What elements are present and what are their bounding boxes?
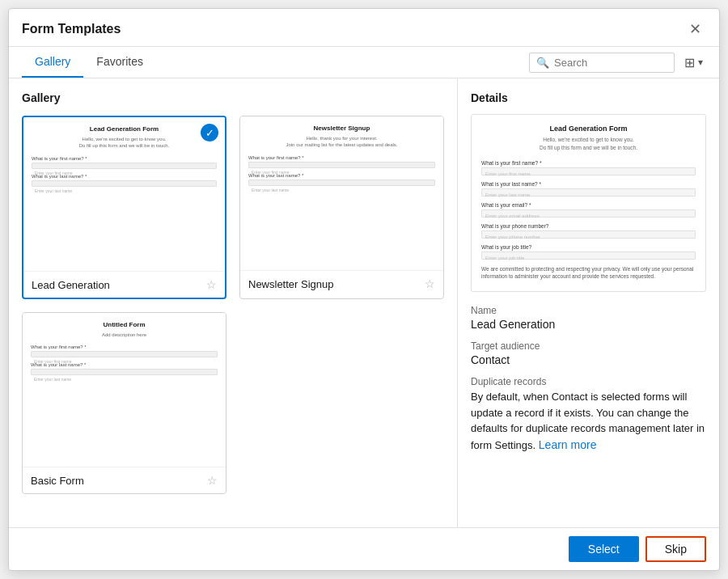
tabs-container: Gallery Favorites [22, 47, 156, 78]
card-footer-basic: Basic Form ☆ [23, 467, 226, 493]
tab-gallery[interactable]: Gallery [22, 47, 83, 78]
close-button[interactable]: ✕ [684, 19, 706, 40]
card-footer-newsletter: Newsletter Signup ☆ [240, 270, 443, 297]
preview-title-basic: Untitled Form [31, 321, 218, 328]
detail-name-value: Lead Generation [471, 318, 706, 331]
card-name-lead: Lead Generation [32, 279, 110, 291]
dialog-body: Gallery Lead Generation Form Hello, we'r… [9, 78, 719, 527]
card-name-newsletter: Newsletter Signup [248, 278, 334, 290]
preview-desc-lead: Hello, we're excited to get to know you.… [32, 136, 217, 150]
details-field-label-ln: What is your last name? * [481, 181, 696, 187]
gallery-panel: Gallery Lead Generation Form Hello, we'r… [9, 78, 458, 527]
favorite-lead-button[interactable]: ☆ [206, 278, 217, 291]
preview-input-ln-news: Enter your last name [248, 180, 435, 186]
details-field-input-fn: Enter your first name [481, 167, 696, 175]
selected-badge-lead: ✓ [201, 124, 218, 142]
preview-label-fn-basic: What is your first name? * [31, 344, 218, 349]
tab-favorites[interactable]: Favorites [83, 47, 156, 78]
gallery-grid: Lead Generation Form Hello, we're excite… [22, 116, 444, 494]
search-area: 🔍 ⊞ ▾ [529, 52, 706, 74]
skip-button[interactable]: Skip [645, 536, 706, 562]
details-field-input-phone: Enter your phone number [481, 230, 696, 239]
detail-audience-section: Target audience Contact [471, 340, 706, 366]
details-field-label-fn: What is your first name? * [481, 160, 696, 166]
search-icon: 🔍 [536, 57, 549, 69]
select-button[interactable]: Select [569, 536, 639, 562]
search-box[interactable]: 🔍 [529, 53, 675, 73]
card-footer-lead: Lead Generation ☆ [23, 271, 225, 298]
card-preview-newsletter: Newsletter Signup Hello, thank you for y… [240, 116, 443, 270]
search-input[interactable] [554, 57, 667, 69]
dialog-footer: Select Skip [9, 527, 719, 570]
dialog-header: Form Templates ✕ [9, 9, 719, 47]
detail-audience-value: Contact [471, 353, 706, 366]
template-card-lead-generation[interactable]: Lead Generation Form Hello, we're excite… [22, 116, 226, 299]
preview-input-ln-basic: Enter your last name [31, 369, 218, 375]
preview-input-ln-lead: Enter your last name [32, 180, 217, 187]
preview-label-ln-lead: What is your last name? * [32, 174, 217, 179]
preview-title-lead: Lead Generation Form [32, 125, 217, 133]
details-field-input-email: Enter your email address [481, 209, 696, 218]
details-section-title: Details [471, 91, 706, 104]
details-field-label-email: What is your email? * [481, 202, 696, 208]
detail-audience-label: Target audience [471, 340, 706, 352]
preview-input-fn-basic: Enter your first name [31, 351, 218, 357]
template-card-basic[interactable]: Untitled Form Add description here What … [22, 312, 226, 494]
details-panel: Details Lead Generation Form Hello, we'r… [458, 78, 719, 527]
details-preview-title: Lead Generation Form [481, 125, 696, 133]
detail-name-label: Name [471, 305, 706, 316]
chevron-down-icon: ▾ [698, 57, 703, 68]
details-preview-box: Lead Generation Form Hello, we're excite… [471, 114, 706, 292]
preview-label-fn-lead: What is your first name? * [32, 156, 217, 161]
preview-input-fn-news: Enter your first name [248, 162, 435, 168]
card-preview-basic: Untitled Form Add description here What … [23, 313, 226, 467]
card-name-basic: Basic Form [31, 475, 84, 487]
learn-more-link[interactable]: Learn more [539, 438, 597, 451]
preview-title-newsletter: Newsletter Signup [248, 125, 435, 132]
template-card-newsletter[interactable]: Newsletter Signup Hello, thank you for y… [239, 116, 444, 299]
details-preview-desc: Hello, we're excited to get to know you.… [481, 136, 696, 152]
detail-duplicate-label: Duplicate records [471, 376, 706, 387]
gallery-section-title: Gallery [22, 91, 444, 104]
detail-duplicate-section: Duplicate records By default, when Conta… [471, 376, 706, 454]
form-templates-dialog: Form Templates ✕ Gallery Favorites 🔍 ⊞ ▾… [8, 8, 720, 571]
preview-label-ln-basic: What is your last name? * [31, 362, 218, 367]
view-toggle[interactable]: ⊞ ▾ [681, 52, 706, 74]
preview-input-fn-lead: Enter your first name [32, 163, 217, 169]
tabs-bar: Gallery Favorites 🔍 ⊞ ▾ [9, 47, 719, 78]
grid-icon: ⊞ [684, 55, 695, 70]
preview-desc-newsletter: Hello, thank you for your interest.Join … [248, 135, 435, 149]
preview-label-ln-news: What is your last name? * [248, 173, 435, 178]
details-field-label-job: What is your job title? [481, 244, 696, 250]
details-field-input-job: Enter your job title [481, 251, 696, 260]
detail-duplicate-text: By default, when Contact is selected for… [471, 389, 706, 454]
favorite-newsletter-button[interactable]: ☆ [425, 277, 435, 290]
details-privacy-text: We are committed to protecting and respe… [481, 265, 696, 281]
details-field-input-ln: Enter your last name [481, 188, 696, 197]
dialog-title: Form Templates [22, 22, 121, 36]
card-preview-lead-generation: Lead Generation Form Hello, we're excite… [23, 117, 225, 271]
details-field-label-phone: What is your phone number? [481, 223, 696, 229]
favorite-basic-button[interactable]: ☆ [207, 474, 218, 487]
preview-desc-basic: Add description here [31, 332, 218, 338]
detail-name-section: Name Lead Generation [471, 305, 706, 331]
preview-label-fn-news: What is your first name? * [248, 155, 435, 160]
